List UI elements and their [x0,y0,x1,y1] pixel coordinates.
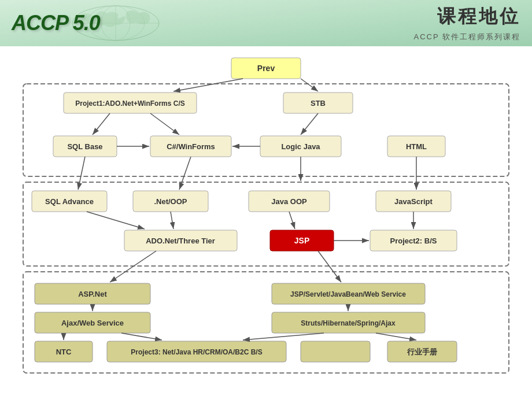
svg-text:Java OOP: Java OOP [271,197,307,206]
svg-text:Project1:ADO.Net+WinForms C/S: Project1:ADO.Net+WinForms C/S [75,99,185,108]
svg-rect-31 [124,230,237,251]
svg-rect-39 [272,283,425,304]
svg-text:NTC: NTC [56,348,72,356]
svg-line-54 [301,113,318,135]
accp-logo: ACCP 5.0 [12,11,100,35]
svg-text:C#/WinForms: C#/WinForms [167,142,215,151]
svg-text:Project3: Net/Java HR/CRM/OA/B: Project3: Net/Java HR/CRM/OA/B2C B/S [131,348,262,356]
svg-rect-49 [301,341,370,362]
svg-text:Prev: Prev [257,64,275,73]
svg-rect-45 [35,341,93,362]
diagram-svg: Prev Project1:ADO.Net+WinForms C/S STB S… [17,55,515,385]
svg-text:Logic Java: Logic Java [281,142,320,151]
svg-line-69 [318,251,341,282]
svg-rect-29 [376,191,451,212]
svg-text:JSP/Servlet/JavaBean/Web Servi: JSP/Servlet/JavaBean/Web Service [290,290,406,298]
svg-line-60 [179,157,191,190]
svg-text:Struts/Hibernate/Spring/Ajax: Struts/Hibernate/Spring/Ajax [301,319,396,327]
svg-text:JSP: JSP [294,236,309,245]
svg-line-53 [173,79,243,91]
svg-rect-47 [107,341,286,362]
svg-rect-17 [150,136,231,157]
svg-line-74 [243,333,324,340]
svg-rect-37 [35,283,150,304]
svg-text:ADO.Net/Three Tier: ADO.Net/Three Tier [146,237,215,245]
diagram-wrapper: Prev Project1:ADO.Net+WinForms C/S STB S… [17,55,515,385]
svg-rect-33 [270,230,334,251]
svg-line-63 [87,212,145,229]
svg-line-68 [110,251,156,282]
svg-text:SQL Base: SQL Base [67,142,102,151]
svg-text:HTML: HTML [406,142,427,151]
svg-text:Ajax/Web Service: Ajax/Web Service [61,319,124,327]
svg-rect-41 [35,312,150,333]
svg-text:行业手册: 行业手册 [407,348,438,356]
svg-line-55 [93,113,110,135]
svg-line-65 [289,212,295,229]
svg-text:Project2: B/S: Project2: B/S [390,237,437,245]
main-content: Prev Project1:ADO.Net+WinForms C/S STB S… [0,46,532,393]
svg-rect-43 [272,312,425,333]
svg-line-75 [376,333,416,340]
svg-rect-6 [23,84,509,176]
svg-rect-19 [260,136,341,157]
header: ACCP 5.0 课程地位 ACCP 软件工程师系列课程 [0,0,532,46]
svg-rect-23 [32,191,107,212]
svg-rect-27 [249,191,330,212]
header-right: 课程地位 ACCP 软件工程师系列课程 [414,0,521,46]
svg-line-56 [150,113,179,135]
svg-rect-8 [23,272,509,373]
svg-rect-21 [387,136,445,157]
svg-rect-11 [64,93,197,113]
svg-line-52 [301,79,318,91]
svg-text:.Net/OOP: .Net/OOP [154,197,187,206]
svg-rect-15 [53,136,117,157]
svg-rect-7 [23,182,509,266]
svg-rect-25 [133,191,208,212]
svg-rect-9 [231,58,301,79]
page-container: ACCP 5.0 课程地位 ACCP 软件工程师系列课程 [0,0,532,399]
svg-rect-50 [387,341,457,362]
svg-text:SQL Advance: SQL Advance [45,197,94,206]
svg-text:ASP.Net: ASP.Net [78,290,107,298]
svg-line-61 [78,157,85,190]
svg-line-73 [121,333,162,340]
svg-rect-13 [283,93,353,113]
page-title: 课程地位 [437,4,520,29]
svg-line-64 [171,212,173,229]
svg-text:JavaScript: JavaScript [394,197,433,206]
svg-rect-35 [370,230,457,251]
header-subtitle: ACCP 软件工程师系列课程 [414,32,521,42]
svg-text:STB: STB [311,99,326,108]
